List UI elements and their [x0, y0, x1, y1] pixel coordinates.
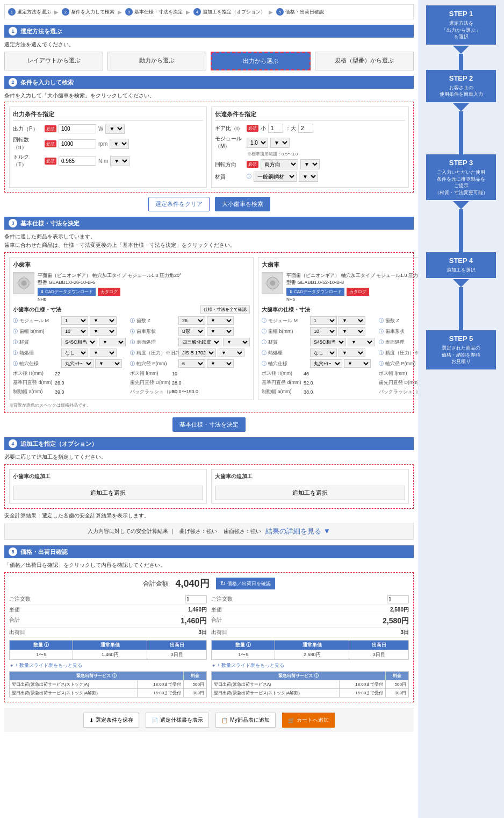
large-module-select[interactable]: 1 [310, 316, 337, 325]
large-qty-cell: 1〜9 [212, 650, 275, 660]
small-surface-unit[interactable]: ▼ [223, 338, 250, 346]
torque-input[interactable] [59, 157, 96, 166]
large-show-more[interactable]: ＋ + 数量スライド表をもっと見る [211, 662, 409, 669]
rotation-speed-unit-select[interactable]: ▼ [110, 139, 129, 149]
progress-step-3[interactable]: 3基本仕様・寸法を決定 [123, 7, 185, 17]
transmission-title: 伝達条件を指定 [215, 110, 405, 120]
large-gear-cad-btn[interactable]: ⬇ CADデータダウンロード [286, 288, 344, 296]
module-unit-select[interactable]: ▼ [270, 138, 290, 148]
large-addon-select-btn[interactable]: 追加工を選択 [215, 486, 405, 500]
step5-pricing: 合計金額 4,040円 ↻ 価格／出荷日を確認 ご注文数 [4, 572, 414, 702]
rotation-direction-select[interactable]: 両方向 [261, 159, 298, 169]
lg-spec-icon-6: ⓘ [379, 339, 384, 346]
doc-icon: 📄 [152, 717, 158, 723]
progress-step-5[interactable]: 5価格・出荷日確認 [274, 7, 326, 17]
price-confirm-btn[interactable]: ↻ 価格／出荷日を確認 [216, 578, 275, 589]
material-unit[interactable]: ▼ [299, 172, 318, 182]
small-ship-value: 3日 [198, 629, 207, 636]
small-width-unit[interactable]: ▼ [90, 327, 117, 336]
small-heat-unit[interactable]: ▼ [90, 348, 117, 357]
large-heat-select[interactable]: なし [310, 348, 337, 357]
large-module-unit[interactable]: ▼ [339, 316, 365, 325]
progress-step-2[interactable]: 2条件を入力して検索 [60, 7, 117, 17]
search-gears-btn[interactable]: 大小歯車を検索 [215, 197, 270, 211]
module-select[interactable]: 1.0 [247, 138, 268, 148]
save-conditions-btn[interactable]: ⬇ 選定条件を保存 [83, 713, 139, 728]
decide-specs-btn[interactable]: 基本仕様・寸法を決定 [172, 417, 246, 432]
large-heat-unit[interactable]: ▼ [339, 348, 365, 357]
output-power-unit-select[interactable]: ▼ [105, 124, 125, 134]
large-bore-type-unit[interactable]: ▼ [344, 359, 371, 368]
gear-ratio-small-input[interactable] [268, 124, 283, 133]
small-spec-ref-dia: 基準円直径 d(mm) 26.0 [13, 379, 126, 386]
rotation-direction-unit[interactable]: ▼ [300, 159, 320, 169]
clear-conditions-btn[interactable]: 選定条件をクリア [148, 197, 210, 211]
small-total-label: 合計 [9, 616, 20, 626]
small-gear-info: 平面歯（ピニオンギア） 軸穴加工タイプ モジュール1.0 圧力角20° 型番 G… [38, 272, 250, 302]
small-module-unit[interactable]: ▼ [90, 316, 117, 325]
large-bore-type-select[interactable]: 丸穴+ｷｰ [310, 359, 342, 368]
small-gear-cad-btn[interactable]: ⬇ CADデータダウンロード [38, 288, 96, 296]
output-power-input[interactable] [59, 124, 96, 133]
small-teeth-select[interactable]: 26 [178, 316, 205, 325]
small-gear-pricing: ご注文数 単価 1,460円 合計 1,460円 [9, 594, 207, 698]
safety-detail-btn[interactable]: 結果の詳細を見る ▼ [265, 527, 330, 536]
small-module-select[interactable]: 1 [61, 316, 88, 325]
large-spec-ref-dia: 基準円直径 d(mm) 52.0 [262, 379, 375, 386]
gear-ratio-large-input[interactable] [298, 124, 313, 133]
spec-info-icon-2: ⓘ [130, 317, 135, 324]
small-shape-unit[interactable]: ▼ [207, 327, 234, 336]
small-shape-select[interactable]: B形 [178, 327, 205, 336]
torque-unit-select[interactable]: ▼ [110, 156, 129, 166]
right-step2-label: STEP 2 [428, 74, 494, 82]
large-material-select[interactable]: S45C相当 [310, 338, 346, 346]
small-width-select[interactable]: 10 [61, 327, 88, 336]
small-bore-type-unit[interactable]: ▼ [95, 359, 122, 368]
small-express-row-2: 翌日出荷(緊急出荷サービス(ストック)A解割) 15:00まで受付 300円 [10, 689, 207, 698]
progress-step-1[interactable]: 1選定方法を選ぶ [6, 7, 53, 17]
large-width-unit[interactable]: ▼ [339, 327, 365, 336]
large-express-price-header: 料金 [386, 672, 409, 680]
small-precision-unit[interactable]: ▼ [218, 348, 244, 357]
large-order-qty-label: ご注文数 [211, 595, 233, 603]
method-power[interactable]: 動力から選ぶ [107, 52, 206, 70]
small-bore-type-select[interactable]: 丸穴+ｷｰ [61, 359, 93, 368]
small-bore-dia-unit[interactable]: ▼ [207, 359, 234, 368]
large-total-value: 2,580円 [383, 616, 409, 626]
small-gear-catalog-btn[interactable]: カタログ [98, 288, 120, 296]
small-ship-header: 出荷日 [147, 641, 207, 650]
cart-btn[interactable]: 🛒 カートへ追加 [282, 713, 335, 728]
large-gear-image [262, 272, 283, 294]
small-surface-select[interactable]: 四三酸化鉄皮膜 [178, 338, 221, 346]
small-order-qty-input[interactable] [185, 595, 207, 603]
rotation-speed-input[interactable] [59, 139, 96, 148]
torque-label: トルク（T） [13, 153, 42, 168]
large-order-qty-input[interactable] [387, 595, 409, 603]
large-material-unit[interactable]: ▼ [348, 338, 375, 346]
small-bore-dia-select[interactable]: 6 [178, 359, 205, 368]
step4-connector [459, 287, 463, 330]
small-heat-select[interactable]: なし [61, 348, 88, 357]
small-gear-product: 平面歯（ピニオンギア） 軸穴加工タイプ モジュール1.0 圧力角20° 型番 G… [13, 272, 250, 302]
small-gear-all-specs-btn[interactable]: 仕様・寸法を全て確認 [200, 305, 250, 314]
large-gear-catalog-btn[interactable]: カタログ [347, 288, 369, 296]
method-catalog[interactable]: 規格（型番）から選ぶ [315, 52, 414, 70]
rotation-direction-row: 回転方向 必須 両方向 ▼ [215, 159, 405, 169]
large-ship-row: 出荷日 3日 [211, 628, 409, 638]
gear-pair: 小歯車 [9, 257, 409, 400]
material-select[interactable]: 一般鋼鋼材 [254, 172, 297, 182]
mylist-btn[interactable]: 📋 My部品表に追加 [215, 713, 275, 728]
svg-rect-10 [265, 282, 268, 284]
small-show-more[interactable]: ＋ + 数量スライド表をもっと見る [9, 662, 207, 669]
show-spec-btn[interactable]: 📄 選定仕様書を表示 [146, 713, 209, 728]
small-teeth-unit[interactable]: ▼ [207, 316, 234, 325]
small-spec-face-width: 制動幅 a(mm) 39.0 [13, 388, 126, 395]
small-material-select[interactable]: S45C相当 [61, 338, 97, 346]
small-addon-select-btn[interactable]: 追加工を選択 [13, 486, 203, 500]
progress-step-4[interactable]: 4追加工を指定（オプション） [191, 7, 268, 17]
small-precision-select[interactable]: JIS B 1702 4級 [178, 348, 216, 357]
small-material-unit[interactable]: ▼ [99, 338, 126, 346]
large-width-select[interactable]: 10 [310, 327, 337, 336]
method-layout[interactable]: レイアウトから選ぶ [4, 52, 103, 70]
method-output[interactable]: 出力から選ぶ [211, 52, 311, 70]
